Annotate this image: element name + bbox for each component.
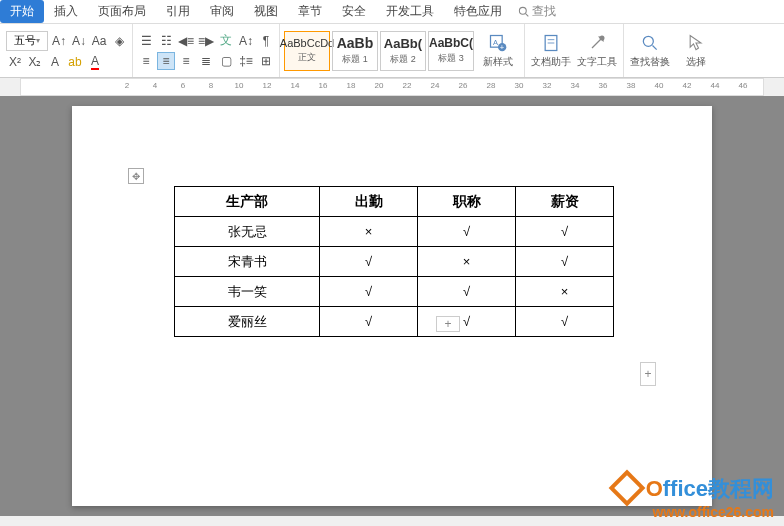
decrease-font-button[interactable]: A↓ — [70, 32, 88, 50]
table-cell[interactable]: √ — [418, 307, 516, 337]
table-cell[interactable]: 爱丽丝 — [175, 307, 320, 337]
bullets-button[interactable]: ☰ — [137, 32, 155, 50]
table-cell[interactable]: 韦一笑 — [175, 277, 320, 307]
svg-point-0 — [519, 7, 526, 14]
text-direction-button[interactable]: 文 — [217, 32, 235, 50]
svg-line-11 — [653, 45, 657, 49]
style-heading3[interactable]: AaBbC( 标题 3 — [428, 31, 474, 71]
watermark-text-o: O — [646, 476, 663, 501]
document-page[interactable]: ✥ 生产部 出勤 职称 薪资 张无忌 × √ √ 宋青书 √ × √ 韦一笑 — [72, 106, 712, 506]
table-add-column-button[interactable]: + — [640, 362, 656, 386]
table-add-row-button[interactable]: + — [436, 316, 460, 332]
tab-security[interactable]: 安全 — [332, 0, 376, 23]
svg-point-10 — [643, 36, 653, 46]
document-table[interactable]: 生产部 出勤 职称 薪资 张无忌 × √ √ 宋青书 √ × √ 韦一笑 √ √ — [174, 186, 614, 337]
table-cell[interactable]: × — [320, 217, 418, 247]
decrease-indent-button[interactable]: ◀≡ — [177, 32, 195, 50]
change-case-button[interactable]: Aa — [90, 32, 108, 50]
align-dropdown-button[interactable]: A↕ — [237, 32, 255, 50]
watermark-url: www.office26.com — [614, 504, 774, 520]
paragraph-group: ☰ ☷ ◀≡ ≡▶ 文 A↕ ¶ ≡ ≡ ≡ ≣ ▢ ‡≡ ⊞ — [133, 24, 280, 77]
table-cell[interactable]: √ — [320, 307, 418, 337]
new-style-icon: A+ — [488, 33, 508, 53]
svg-text:A: A — [493, 37, 498, 46]
table-cell[interactable]: √ — [320, 277, 418, 307]
style-normal[interactable]: AaBbCcDd 正文 — [284, 31, 330, 71]
text-tool-icon — [587, 33, 607, 53]
font-scale-button[interactable]: A — [46, 53, 64, 71]
font-color-button[interactable]: A — [86, 53, 104, 71]
increase-font-button[interactable]: A↑ — [50, 32, 68, 50]
tab-view[interactable]: 视图 — [244, 0, 288, 23]
horizontal-ruler[interactable]: 2468101214161820222426283032343638404244… — [20, 78, 764, 96]
new-style-button[interactable]: A+ 新样式 — [476, 33, 520, 69]
style-heading1[interactable]: AaBb 标题 1 — [332, 31, 378, 71]
header-cell[interactable]: 职称 — [418, 187, 516, 217]
numbering-button[interactable]: ☷ — [157, 32, 175, 50]
table-cell[interactable]: √ — [320, 247, 418, 277]
tab-special[interactable]: 特色应用 — [444, 0, 512, 23]
align-center-button[interactable]: ≡ — [157, 52, 175, 70]
ribbon-toolbar: 五号 ▾ A↑ A↓ Aa ◈ X² X₂ A ab A ☰ ☷ ◀≡ ≡▶ 文 — [0, 24, 784, 78]
tab-start[interactable]: 开始 — [0, 0, 44, 23]
sort-button[interactable]: ¶ — [257, 32, 275, 50]
tab-review[interactable]: 审阅 — [200, 0, 244, 23]
styles-group: AaBbCcDd 正文 AaBb 标题 1 AaBb( 标题 2 AaBbC( … — [280, 24, 525, 77]
table-cell[interactable]: √ — [516, 247, 614, 277]
menu-tabs: 开始 插入 页面布局 引用 审阅 视图 章节 安全 开发工具 特色应用 查找 — [0, 0, 784, 24]
watermark-text-rest: ffice教程网 — [663, 476, 774, 501]
align-right-button[interactable]: ≡ — [177, 52, 195, 70]
tools-group: 文档助手 文字工具 — [525, 24, 624, 77]
tab-layout[interactable]: 页面布局 — [88, 0, 156, 23]
table-cell[interactable]: 宋青书 — [175, 247, 320, 277]
table-row[interactable]: 爱丽丝 √ √ √ — [175, 307, 614, 337]
table-cell[interactable]: 张无忌 — [175, 217, 320, 247]
line-spacing-button[interactable]: ‡≡ — [237, 52, 255, 70]
header-cell[interactable]: 薪资 — [516, 187, 614, 217]
watermark-icon — [608, 470, 645, 507]
table-row[interactable]: 张无忌 × √ √ — [175, 217, 614, 247]
watermark: Office教程网 www.office26.com — [614, 474, 774, 520]
highlight-button[interactable]: ab — [66, 53, 84, 71]
table-cell[interactable]: × — [516, 277, 614, 307]
style-heading2[interactable]: AaBb( 标题 2 — [380, 31, 426, 71]
search-box[interactable]: 查找 — [518, 3, 556, 20]
align-justify-button[interactable]: ≣ — [197, 52, 215, 70]
increase-indent-button[interactable]: ≡▶ — [197, 32, 215, 50]
document-workspace: ✥ 生产部 出勤 职称 薪资 张无忌 × √ √ 宋青书 √ × √ 韦一笑 — [0, 96, 784, 516]
table-cell[interactable]: √ — [418, 277, 516, 307]
borders-button[interactable]: ⊞ — [257, 52, 275, 70]
tab-insert[interactable]: 插入 — [44, 0, 88, 23]
tab-devtools[interactable]: 开发工具 — [376, 0, 444, 23]
search-icon — [518, 6, 529, 17]
subscript-button[interactable]: X₂ — [26, 53, 44, 71]
shading-button[interactable]: ▢ — [217, 52, 235, 70]
table-cell[interactable]: √ — [516, 307, 614, 337]
table-row[interactable]: 韦一笑 √ √ × — [175, 277, 614, 307]
table-cell[interactable]: × — [418, 247, 516, 277]
header-cell[interactable]: 生产部 — [175, 187, 320, 217]
find-replace-button[interactable]: 查找替换 — [628, 33, 672, 69]
doc-helper-button[interactable]: 文档助手 — [529, 33, 573, 69]
table-move-handle[interactable]: ✥ — [128, 168, 144, 184]
text-tool-button[interactable]: 文字工具 — [575, 33, 619, 69]
header-cell[interactable]: 出勤 — [320, 187, 418, 217]
find-group: 查找替换 选择 — [624, 24, 722, 77]
table-cell[interactable]: √ — [418, 217, 516, 247]
font-group: 五号 ▾ A↑ A↓ Aa ◈ X² X₂ A ab A — [2, 24, 133, 77]
align-left-button[interactable]: ≡ — [137, 52, 155, 70]
search-label: 查找 — [532, 3, 556, 20]
table-header-row[interactable]: 生产部 出勤 职称 薪资 — [175, 187, 614, 217]
tab-chapter[interactable]: 章节 — [288, 0, 332, 23]
font-size-selector[interactable]: 五号 ▾ — [6, 31, 48, 51]
svg-text:+: + — [500, 42, 505, 51]
table-row[interactable]: 宋青书 √ × √ — [175, 247, 614, 277]
ruler-marks: 2468101214161820222426283032343638404244… — [113, 81, 757, 90]
superscript-button[interactable]: X² — [6, 53, 24, 71]
svg-point-9 — [600, 35, 605, 40]
svg-line-1 — [526, 14, 529, 17]
tab-reference[interactable]: 引用 — [156, 0, 200, 23]
clear-format-button[interactable]: ◈ — [110, 32, 128, 50]
select-button[interactable]: 选择 — [674, 33, 718, 69]
table-cell[interactable]: √ — [516, 217, 614, 247]
